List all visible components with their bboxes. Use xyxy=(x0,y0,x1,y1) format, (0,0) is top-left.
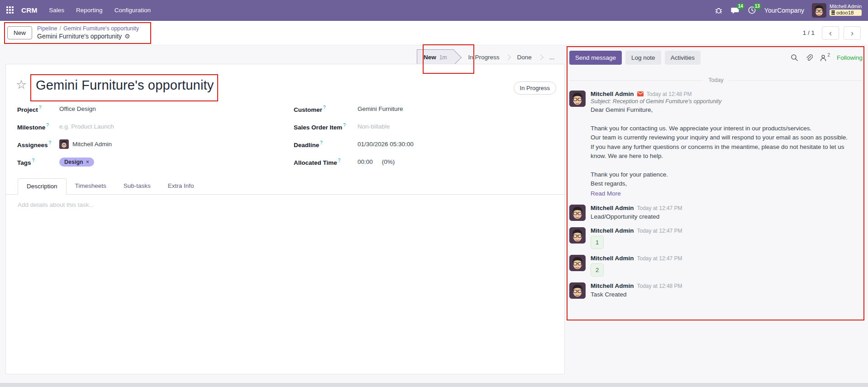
date-divider: Today xyxy=(569,77,863,83)
followers-icon[interactable]: 2 xyxy=(820,54,830,62)
followers-count: 2 xyxy=(827,53,830,57)
tag-remove-icon[interactable]: × xyxy=(86,159,89,165)
user-menu[interactable]: Mitchell Admin odoo18 xyxy=(812,3,862,18)
message-author[interactable]: Mitchell Admin xyxy=(591,205,634,211)
app-name[interactable]: CRM xyxy=(21,6,37,14)
right-field-column: Customer? Gemini Furniture Sales Order I… xyxy=(294,100,554,171)
sales-order-item-input[interactable]: Non-billable xyxy=(358,123,390,130)
tab-extra-info[interactable]: Extra Info xyxy=(159,178,203,194)
favorite-star-icon[interactable]: ☆ xyxy=(16,79,27,91)
activities-button[interactable]: Activities xyxy=(665,51,701,65)
state-badge[interactable]: In Progress xyxy=(514,81,556,95)
menu-reporting[interactable]: Reporting xyxy=(76,7,103,14)
project-value[interactable]: Office Design xyxy=(59,105,96,112)
assignee-chip[interactable]: Mitchell Admin xyxy=(59,139,112,149)
tab-sub-tasks[interactable]: Sub-tasks xyxy=(115,178,159,194)
task-title[interactable]: Gemini Furniture's opportunity xyxy=(36,78,214,93)
search-messages-icon[interactable] xyxy=(791,54,798,62)
company-switcher[interactable]: YourCompany xyxy=(764,7,804,14)
email-icon xyxy=(637,91,644,96)
attachments-paperclip-icon[interactable] xyxy=(805,54,813,62)
message-time: Today at 12:47 PM xyxy=(637,205,682,211)
form-sheet: ☆ Gemini Furniture's opportunity In Prog… xyxy=(5,64,565,374)
field-sales-order-item: Sales Order Item? Non-billable xyxy=(294,118,554,135)
allocated-time-label: Allocated Time xyxy=(294,159,337,166)
tag-design[interactable]: Design × xyxy=(59,158,94,167)
message-author[interactable]: Mitchell Admin xyxy=(591,91,634,97)
tab-timesheets[interactable]: Timesheets xyxy=(67,178,115,194)
customer-label: Customer xyxy=(294,106,322,113)
help-icon: ? xyxy=(49,140,52,145)
field-deadline: Deadline? 01/30/2026 05:30:00 xyxy=(294,135,554,153)
breadcrumb-opportunity[interactable]: Gemini Furniture's opportunity xyxy=(63,25,139,32)
new-button[interactable]: New xyxy=(7,26,32,39)
stage-more[interactable]: ... xyxy=(543,49,561,65)
description-editor[interactable]: Add details about this task... xyxy=(18,201,94,208)
pager-next-button[interactable]: › xyxy=(844,26,861,40)
message-time: Today at 12:48 PM xyxy=(637,283,682,289)
database-badge: odoo18 xyxy=(830,10,862,16)
message-log: Mitchell Admin Today at 12:48 PM Task Cr… xyxy=(569,282,861,300)
send-message-button[interactable]: Send message xyxy=(569,51,622,65)
milestone-input[interactable]: e.g. Product Launch xyxy=(59,123,114,130)
milestone-label: Milestone xyxy=(17,124,45,130)
field-assignees: Assignees? Mitchell Admin xyxy=(17,135,239,153)
message-body: Lead/Opportunity created xyxy=(591,212,861,222)
main-content: New 1m In Progress Done ... ☆ Gemini Fur… xyxy=(0,45,868,383)
pager-counter: 1 / 1 xyxy=(803,29,815,36)
deadline-label: Deadline xyxy=(294,141,319,148)
chatter-panel: Send message Log note Activities xyxy=(568,46,863,306)
menu-configuration[interactable]: Configuration xyxy=(114,7,151,14)
message-avatar xyxy=(569,255,586,271)
control-panel: New Pipeline/Gemini Furniture's opportun… xyxy=(0,21,868,45)
tab-description[interactable]: Description xyxy=(18,178,67,195)
debug-bug-icon[interactable] xyxy=(714,6,723,15)
message-log: Mitchell Admin Today at 12:47 PM Lead/Op… xyxy=(569,205,861,222)
bottom-scrollbar[interactable] xyxy=(0,383,868,387)
user-name: Mitchell Admin xyxy=(830,4,862,9)
user-avatar[interactable] xyxy=(812,3,826,18)
stage-new[interactable]: New 1m xyxy=(417,49,454,65)
field-customer: Customer? Gemini Furniture xyxy=(294,100,554,118)
message-avatar xyxy=(569,205,586,221)
tracking-value: 2 xyxy=(591,263,604,277)
customer-value[interactable]: Gemini Furniture xyxy=(358,105,403,112)
message-subject: Subject: Reception of Gemini Furniture's… xyxy=(591,98,861,105)
activities-clock-icon[interactable]: 13 xyxy=(748,6,757,15)
sales-order-item-label: Sales Order Item xyxy=(294,124,342,130)
allocated-time-percent: (0%) xyxy=(382,158,395,165)
message-author[interactable]: Mitchell Admin xyxy=(591,282,634,289)
deadline-value[interactable]: 01/30/2026 05:30:00 xyxy=(358,141,414,148)
message-tracking: Mitchell Admin Today at 12:47 PM 1 xyxy=(569,227,861,249)
pager-previous-button[interactable]: ‹ xyxy=(822,26,839,40)
database-icon xyxy=(831,10,835,15)
allocated-time-value[interactable]: 00:00 xyxy=(358,158,373,165)
apps-menu-icon[interactable] xyxy=(6,6,14,14)
following-toggle[interactable]: Following xyxy=(837,54,863,61)
menu-sales[interactable]: Sales xyxy=(49,7,64,14)
field-milestone: Milestone? e.g. Product Launch xyxy=(17,118,239,135)
messages-icon[interactable]: 14 xyxy=(731,6,740,15)
stage-duration: 1m xyxy=(439,54,447,61)
log-note-button[interactable]: Log note xyxy=(625,51,661,65)
assignee-name[interactable]: Mitchell Admin xyxy=(72,141,112,148)
read-more-link[interactable]: Read More xyxy=(591,189,861,199)
help-icon: ? xyxy=(343,123,346,128)
actions-gear-icon[interactable]: ⚙ xyxy=(124,33,130,41)
field-tags: Tags? Design × xyxy=(17,153,239,171)
stage-in-progress[interactable]: In Progress xyxy=(461,49,506,65)
message-author[interactable]: Mitchell Admin xyxy=(591,255,634,262)
messages-count-badge: 14 xyxy=(737,3,744,10)
message-time: Today at 12:47 PM xyxy=(637,255,682,262)
message-author[interactable]: Mitchell Admin xyxy=(591,227,634,234)
breadcrumb: Pipeline/Gemini Furniture's opportunity … xyxy=(37,25,139,40)
help-icon: ? xyxy=(320,140,323,145)
activities-count-badge: 13 xyxy=(754,3,761,10)
assignees-label: Assignees xyxy=(17,141,48,148)
stage-done[interactable]: Done xyxy=(510,49,538,65)
field-project: Project? Office Design xyxy=(17,100,239,118)
left-field-column: Project? Office Design Milestone? e.g. P… xyxy=(17,100,239,171)
breadcrumb-pipeline[interactable]: Pipeline xyxy=(37,25,57,32)
help-icon: ? xyxy=(39,105,42,110)
field-allocated-time: Allocated Time? 00:00 (0%) xyxy=(294,153,554,171)
